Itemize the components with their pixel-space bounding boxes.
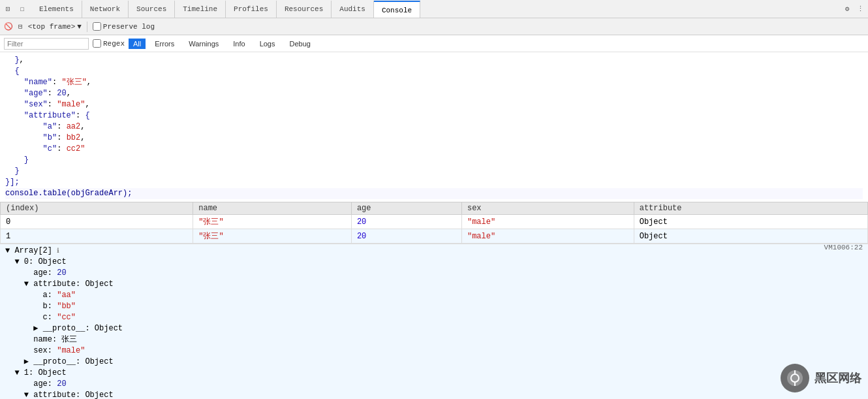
console-table: (index) name age sex attribute 0"张三"20"m…: [0, 202, 868, 244]
vm-reference: VM1006:22: [824, 244, 863, 251]
expand-0-age: age: 20: [5, 268, 863, 279]
expand-1-attr: ▼ attribute: Object: [5, 390, 863, 399]
tab-resources[interactable]: Resources: [277, 1, 332, 18]
clear-icon[interactable]: 🚫: [4, 22, 13, 31]
frame-label: <top frame>: [28, 23, 76, 31]
code-line-9: "c": cc2": [5, 144, 863, 155]
filter-errors-btn[interactable]: Errors: [149, 39, 179, 48]
tab-console[interactable]: Console: [374, 1, 420, 18]
col-attribute: attribute: [634, 202, 867, 215]
logo-icon: [786, 369, 804, 387]
preserve-log-toggle[interactable]: Preserve log: [93, 22, 155, 31]
col-index: (index): [1, 202, 193, 215]
code-line-7: "a": aa2,: [5, 121, 863, 133]
code-line-3: "name": "张三",: [5, 77, 863, 88]
col-sex: sex: [461, 202, 634, 215]
code-line-10: }: [5, 155, 863, 166]
tab-timeline[interactable]: Timeline: [175, 1, 226, 18]
frame-dropdown-icon[interactable]: ▼: [77, 23, 82, 31]
filter-icon[interactable]: ⊟: [18, 22, 23, 31]
watermark: 黑区网络: [781, 364, 861, 392]
tab-sources[interactable]: Sources: [129, 1, 175, 18]
regex-label: Regex: [103, 40, 125, 48]
expand-0: ▼ 0: Object: [5, 257, 863, 268]
expand-0-attr: ▼ attribute: Object: [5, 279, 863, 290]
regex-checkbox[interactable]: [93, 39, 101, 48]
devtools-icons: ⊡ ☐: [3, 4, 27, 14]
expand-1: ▼ 1: Object: [5, 368, 863, 379]
col-age: age: [351, 202, 461, 215]
code-line-12: }];: [5, 177, 863, 188]
tab-network[interactable]: Network: [82, 1, 129, 18]
filter-logs-btn[interactable]: Logs: [255, 39, 281, 48]
console-output: }, { "name": "张三", "age": 20, "sex": "ma…: [0, 52, 868, 399]
code-line-6: "attribute": {: [5, 110, 863, 121]
watermark-text: 黑区网络: [814, 370, 861, 386]
expand-0-name: name: 张三: [5, 334, 863, 345]
table-header-row: (index) name age sex attribute: [1, 202, 868, 215]
expand-0-attr-b: b: "bb": [5, 301, 863, 312]
watermark-logo: [781, 364, 809, 392]
expand-0-sex: sex: "male": [5, 345, 863, 357]
tab-elements[interactable]: Elements: [31, 1, 82, 18]
expand-0-proto1[interactable]: ▶ __proto__: Object: [5, 323, 863, 334]
code-block: }, { "name": "张三", "age": 20, "sex": "ma…: [0, 52, 868, 202]
preserve-log-label: Preserve log: [103, 23, 155, 31]
filter-info-btn[interactable]: Info: [228, 39, 250, 48]
more-icon[interactable]: ⋮: [855, 4, 865, 14]
filter-bar: Regex All Errors Warnings Info Logs Debu…: [0, 35, 868, 52]
col-name: name: [193, 202, 352, 215]
code-line-8: "b": bb2,: [5, 133, 863, 144]
expand-0-proto2[interactable]: ▶ __proto__: Object: [5, 357, 863, 368]
expand-0-attr-c: c: "cc": [5, 312, 863, 323]
code-line-2: {: [5, 66, 863, 77]
frame-selector[interactable]: <top frame> ▼: [28, 23, 82, 31]
regex-toggle[interactable]: Regex: [93, 39, 125, 48]
filter-warnings-btn[interactable]: Warnings: [183, 39, 224, 48]
console-toolbar: 🚫 ⊟ <top frame> ▼ Preserve log: [0, 18, 868, 35]
tab-audits[interactable]: Audits: [332, 1, 374, 18]
code-line-1: },: [5, 55, 863, 66]
filter-input[interactable]: [4, 38, 89, 50]
code-line-4: "age": 20,: [5, 88, 863, 99]
dock-icon[interactable]: ⊡: [3, 4, 13, 14]
expand-container: ▼ Array[2] ℹ ▼ 0: Object age: 20 ▼ attri…: [0, 244, 868, 399]
expand-0-attr-a: a: "aa": [5, 290, 863, 301]
filter-debug-btn[interactable]: Debug: [284, 39, 315, 48]
top-bar: ⊡ ☐ Elements Network Sources Timeline Pr…: [0, 0, 868, 18]
settings-icon[interactable]: ⚙: [842, 4, 852, 14]
console-command-line: console.table(objGradeArr);: [5, 188, 863, 199]
code-line-11: }: [5, 166, 863, 177]
table-row: 1"张三"20"male"Object: [1, 229, 868, 244]
code-line-5: "sex": "male",: [5, 99, 863, 110]
expand-1-age: age: 20: [5, 379, 863, 390]
tab-profiles[interactable]: Profiles: [226, 1, 277, 18]
expand-array: ▼ Array[2] ℹ: [5, 246, 863, 257]
filter-all-btn[interactable]: All: [129, 39, 146, 49]
table-row: 0"张三"20"male"Object: [1, 215, 868, 229]
preserve-log-checkbox[interactable]: [93, 22, 101, 31]
tab-list: Elements Network Sources Timeline Profil…: [31, 0, 420, 18]
mobile-icon[interactable]: ☐: [17, 4, 27, 14]
expand-area: ▼ Array[2] ℹ ▼ 0: Object age: 20 ▼ attri…: [0, 244, 868, 399]
